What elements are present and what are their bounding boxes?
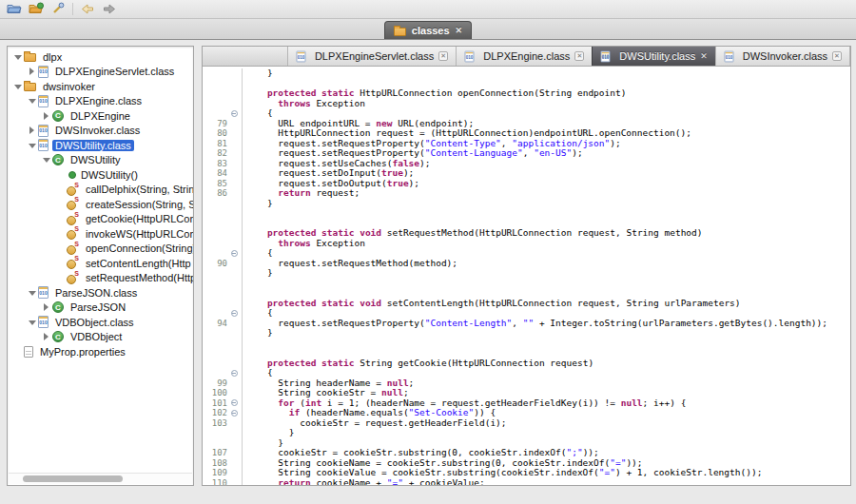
line-number: 84 xyxy=(203,168,227,179)
chevron-down-icon[interactable] xyxy=(27,95,38,107)
editor-tab[interactable]: 010DLPXEngine.class✕ xyxy=(456,47,592,66)
tree-item[interactable]: 010DLPXEngine.class xyxy=(8,94,193,109)
tree-item-label: VDBObject xyxy=(68,331,125,342)
tree-item[interactable]: CDWSUtility xyxy=(8,153,193,168)
chevron-down-icon[interactable] xyxy=(27,140,38,151)
close-icon[interactable]: ✕ xyxy=(700,52,708,61)
tree-item[interactable]: SsetRequestMethod(Http xyxy=(8,271,193,286)
expander-spacer xyxy=(12,346,24,358)
editor-panel: 010DLPXEngineServlet.class✕010DLPXEngine… xyxy=(202,46,851,486)
line-number: 86 xyxy=(203,188,227,199)
back-icon xyxy=(81,1,94,18)
scrollbar-thumb[interactable] xyxy=(23,475,122,482)
chevron-right-icon[interactable] xyxy=(27,125,38,136)
open-type-button[interactable] xyxy=(27,1,46,17)
gutter: 90 xyxy=(203,259,243,269)
chevron-down-icon[interactable] xyxy=(41,154,52,165)
fold-icon[interactable] xyxy=(227,410,241,417)
gutter xyxy=(203,248,243,259)
forward-icon xyxy=(103,1,116,18)
container-tab-label: classes xyxy=(412,25,450,36)
fold-icon[interactable] xyxy=(227,370,241,377)
close-icon[interactable]: ✕ xyxy=(574,51,584,61)
line-number: 99 xyxy=(203,378,227,389)
constructor-icon xyxy=(68,171,76,179)
tree-item[interactable]: 010ParseJSON.class xyxy=(8,285,193,300)
gutter: 83 xyxy=(203,159,243,169)
fold-icon[interactable] xyxy=(227,250,241,257)
fold-icon[interactable] xyxy=(227,110,241,117)
folder-icon xyxy=(24,53,36,62)
close-icon[interactable]: ✕ xyxy=(456,27,463,35)
chevron-down-icon[interactable] xyxy=(27,287,38,299)
tree-item-label: createSession(String, St xyxy=(83,199,193,210)
back-button[interactable] xyxy=(78,1,97,17)
fold-icon[interactable] xyxy=(227,310,241,317)
container-tab-classes[interactable]: classes ✕ xyxy=(384,21,472,39)
line-number: 80 xyxy=(203,128,227,139)
chevron-right-icon[interactable] xyxy=(41,301,52,313)
tree-item[interactable]: dlpx xyxy=(8,49,193,65)
tab-label: DWSUtility.class xyxy=(619,50,695,62)
classfile-icon: 010 xyxy=(724,50,733,62)
chevron-down-icon[interactable] xyxy=(27,317,38,328)
tree-item[interactable]: 010DWSInvoker.class xyxy=(8,124,193,139)
classfile-icon: 010 xyxy=(38,125,49,137)
gutter xyxy=(203,199,243,209)
code-line: } xyxy=(203,428,850,438)
tree-item[interactable]: ScallDelphix(String, Strin xyxy=(8,183,193,198)
gutter: 107 xyxy=(203,448,243,458)
gutter xyxy=(203,219,243,229)
code-text: request.setRequestProperty("Content-Leng… xyxy=(243,319,827,329)
tree-item-label: DWSUtility xyxy=(68,154,124,165)
code-text xyxy=(243,279,245,289)
chevron-down-icon[interactable] xyxy=(12,81,24,92)
tree-item[interactable]: DWSUtility() xyxy=(8,167,193,183)
gutter xyxy=(203,68,243,79)
tree-item[interactable]: SsetContentLength(Http xyxy=(8,256,193,271)
expander-spacer xyxy=(55,228,67,240)
tree-item[interactable]: CDLPXEngine xyxy=(8,108,193,124)
code-line xyxy=(203,279,850,289)
open-file-button[interactable] xyxy=(5,1,24,17)
code-editor[interactable]: } protected static HttpURLConnection ope… xyxy=(203,67,850,485)
tree-item[interactable]: SinvokeWS(HttpURLConn xyxy=(8,226,193,242)
tree-item[interactable]: CVDBObject xyxy=(8,330,193,345)
close-icon[interactable]: ✕ xyxy=(438,51,448,61)
tree-item[interactable]: 010DLPXEngineServlet.class xyxy=(8,65,193,80)
code-line xyxy=(203,339,850,349)
tree-item-label: invokeWS(HttpURLConn xyxy=(83,228,193,240)
code-text xyxy=(243,339,245,349)
editor-tab[interactable]: 010DWSUtility.class✕ xyxy=(592,47,714,66)
tree-item[interactable]: SopenConnection(String) xyxy=(8,242,193,257)
chevron-down-icon[interactable] xyxy=(12,51,24,63)
gutter: 110 xyxy=(203,478,243,486)
fold-icon[interactable] xyxy=(227,399,241,406)
chevron-right-icon[interactable] xyxy=(41,110,52,122)
tree-item-label: DWSUtility() xyxy=(78,169,141,181)
close-icon[interactable]: ✕ xyxy=(832,51,842,61)
search-button[interactable] xyxy=(49,1,68,17)
chevron-right-icon[interactable] xyxy=(41,331,52,342)
line-number: 107 xyxy=(203,448,227,458)
gutter: 103 xyxy=(203,418,243,429)
tree-item[interactable]: ScreateSession(String, St xyxy=(8,197,193,212)
editor-tab[interactable]: 010DLPXEngineServlet.class✕ xyxy=(287,47,456,66)
tree-item[interactable]: 010VDBObject.class xyxy=(8,315,193,330)
code-line: 94 request.setRequestProperty("Content-L… xyxy=(203,319,850,329)
tree-item[interactable]: dwsinvoker xyxy=(8,79,193,94)
horizontal-scrollbar[interactable] xyxy=(9,473,192,484)
tree-item[interactable]: MyProp.properties xyxy=(8,344,193,359)
gutter xyxy=(203,208,243,219)
code-line xyxy=(203,208,850,219)
chevron-right-icon[interactable] xyxy=(27,66,38,77)
forward-button[interactable] xyxy=(100,1,119,17)
editor-tab[interactable]: 010DWSInvoker.class✕ xyxy=(715,47,850,66)
gutter: 79 xyxy=(203,119,243,129)
code-line: } xyxy=(203,328,850,339)
gutter: 99 xyxy=(203,378,243,389)
tree-item[interactable]: 010DWSUtility.class xyxy=(8,138,193,153)
tree-item[interactable]: CParseJSON xyxy=(8,300,193,316)
gutter xyxy=(203,268,243,279)
tree-item[interactable]: SgetCookie(HttpURLCon xyxy=(8,212,193,227)
